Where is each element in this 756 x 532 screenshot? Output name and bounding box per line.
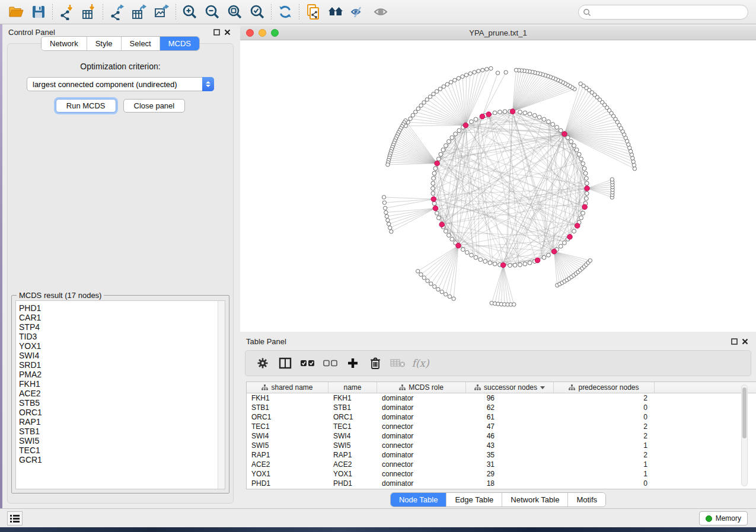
graph-node[interactable] [439,152,443,156]
graph-node[interactable] [572,229,576,233]
table-cell[interactable]: 0 [554,403,655,412]
table-cell[interactable]: SWI5 [247,441,328,450]
graph-node[interactable] [575,148,579,152]
tab-node-table[interactable]: Node Table [391,493,446,507]
graph-node[interactable] [461,248,465,252]
graph-node[interactable] [432,171,436,175]
table-cell[interactable]: TEC1 [328,422,377,431]
graph-node[interactable] [431,187,435,191]
graph-node[interactable] [579,82,582,85]
graph-node[interactable] [448,294,451,298]
zoom-selected-icon[interactable] [246,2,269,22]
mcds-hub-node[interactable] [510,109,515,114]
delete-icon[interactable] [365,353,385,373]
graph-node[interactable] [429,282,433,286]
column-header-predecessor-nodes[interactable]: predecessor nodes [554,382,655,393]
mcds-hub-node[interactable] [500,262,506,268]
tab-select[interactable]: Select [121,37,160,50]
graph-node[interactable] [542,117,546,121]
graph-node[interactable] [633,167,636,171]
result-node-item[interactable]: STB1 [19,427,218,436]
result-node-item[interactable]: RAP1 [19,417,218,427]
graph-node[interactable] [386,219,390,222]
graph-node[interactable] [473,70,476,74]
mcds-hub-node[interactable] [535,258,540,263]
graph-node[interactable] [436,287,440,291]
graph-node[interactable] [447,233,451,238]
graph-node[interactable] [474,255,478,259]
graph-node[interactable] [489,66,493,70]
graph-node[interactable] [422,276,426,280]
graph-node[interactable] [569,140,573,144]
graph-node[interactable] [518,110,522,114]
criterion-dropdown[interactable]: largest connected component (undirected) [27,77,214,91]
graph-node[interactable] [579,157,583,161]
close-panel-icon[interactable] [739,336,750,346]
select-all-icon[interactable] [298,353,318,373]
graph-node[interactable] [431,181,435,185]
table-cell[interactable]: 1 [554,460,655,469]
graph-node[interactable] [610,178,614,181]
graph-node[interactable] [426,279,429,283]
result-node-item[interactable]: SWI4 [19,351,218,360]
graph-node[interactable] [387,222,391,226]
table-cell[interactable]: dominator [377,479,466,488]
table-row[interactable]: ORC1ORC1dominator610 [247,412,756,422]
table-cell[interactable]: 2 [554,394,655,402]
table-cell[interactable]: 2 [554,422,655,431]
table-cell[interactable]: dominator [377,451,466,459]
table-cell[interactable]: YOX1 [247,470,328,478]
graph-node[interactable] [453,78,457,82]
graph-node[interactable] [559,129,563,133]
graph-node[interactable] [585,191,589,196]
graph-node[interactable] [585,181,589,185]
table-cell[interactable]: 31 [466,460,554,469]
graph-node[interactable] [452,297,455,300]
table-cell[interactable]: 61 [466,413,554,421]
table-cell[interactable]: dominator [377,394,466,402]
graph-node[interactable] [416,270,420,273]
table-cell[interactable]: FKH1 [247,394,328,402]
graph-node[interactable] [440,290,444,294]
graph-node[interactable] [504,70,508,74]
graph-node[interactable] [442,85,445,88]
graph-node[interactable] [477,69,480,73]
graph-node[interactable] [582,166,586,171]
mcds-hub-node[interactable] [575,223,580,229]
graph-node[interactable] [559,244,563,248]
graph-node[interactable] [474,117,478,121]
table-cell[interactable]: 62 [466,403,554,412]
result-node-item[interactable]: CAR1 [19,313,218,322]
open-folder-icon[interactable] [5,2,27,22]
graph-node[interactable] [514,68,518,72]
table-cell[interactable]: 1 [554,441,655,450]
graph-node[interactable] [583,171,588,175]
table-cell[interactable]: PHD1 [247,479,328,488]
table-cell[interactable]: 46 [466,432,554,440]
graph-node[interactable] [632,164,636,167]
graph-node[interactable] [437,216,441,220]
mcds-hub-node[interactable] [551,249,557,254]
graph-node[interactable] [382,201,386,204]
graph-node[interactable] [547,120,551,124]
table-cell[interactable]: ORC1 [247,413,328,421]
graph-node[interactable] [496,71,499,75]
graph-node[interactable] [483,259,487,264]
import-network-icon[interactable] [55,2,78,22]
graph-node[interactable] [470,253,474,257]
table-cell[interactable]: FKH1 [328,394,377,402]
graph-node[interactable] [432,201,436,206]
table-cell[interactable]: SWI5 [328,441,377,450]
graph-node[interactable] [388,226,392,229]
tab-style[interactable]: Style [87,37,121,50]
table-cell[interactable]: dominator [377,413,466,421]
result-node-item[interactable]: SWI5 [19,436,218,446]
close-panel-button[interactable]: Close panel [123,99,186,113]
column-header-shared-name[interactable]: shared name [247,382,328,393]
graph-node[interactable] [411,113,414,117]
graph-node[interactable] [385,214,388,218]
graph-node[interactable] [438,87,442,91]
graph-node[interactable] [585,197,589,201]
graph-node[interactable] [416,107,420,110]
graph-node[interactable] [532,114,537,118]
